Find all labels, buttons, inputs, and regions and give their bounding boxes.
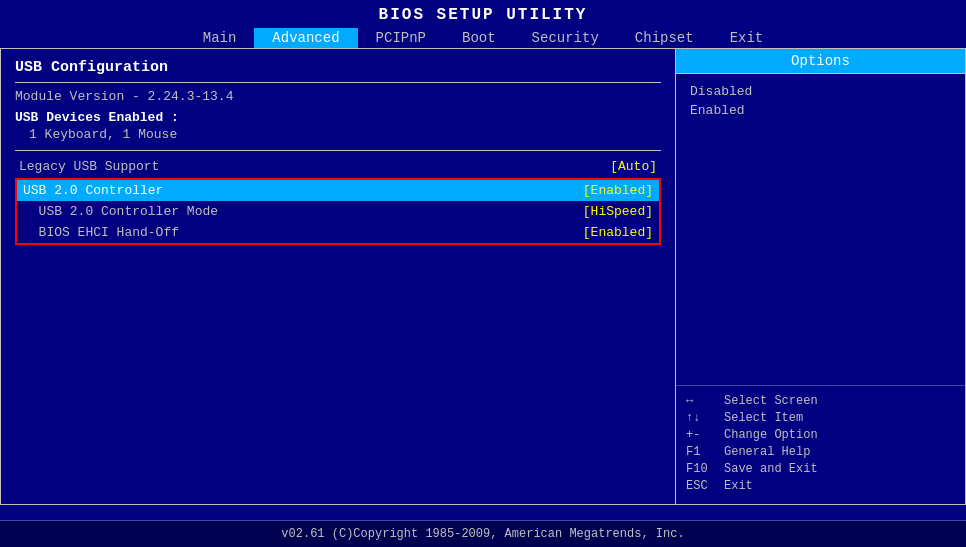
tab-advanced[interactable]: Advanced	[254, 28, 357, 48]
tab-security[interactable]: Security	[514, 28, 617, 48]
tab-boot[interactable]: Boot	[444, 28, 514, 48]
help-section: ↔Select Screen↑↓Select Item+-Change Opti…	[676, 385, 965, 504]
main-layout: USB Configuration Module Version - 2.24.…	[0, 48, 966, 505]
bios-ehci-value: [Enabled]	[583, 225, 653, 240]
options-body: DisabledEnabled	[676, 74, 965, 385]
help-row: ↔Select Screen	[686, 394, 955, 408]
usb2-mode-value: [HiSpeed]	[583, 204, 653, 219]
divider-1	[15, 82, 661, 83]
usb-devices-label: USB Devices Enabled :	[15, 110, 661, 125]
help-desc: Save and Exit	[724, 462, 818, 476]
help-desc: Exit	[724, 479, 753, 493]
help-key: F10	[686, 462, 724, 476]
bios-title: BIOS SETUP UTILITY	[0, 0, 966, 28]
help-desc: General Help	[724, 445, 810, 459]
legacy-usb-value: [Auto]	[610, 159, 657, 174]
help-key: F1	[686, 445, 724, 459]
bios-ehci-row[interactable]: BIOS EHCI Hand-Off [Enabled]	[17, 222, 659, 243]
usb-devices-value: 1 Keyboard, 1 Mouse	[15, 127, 661, 142]
help-key: ↔	[686, 394, 724, 408]
tab-row: MainAdvancedPCIPnPBootSecurityChipsetExi…	[0, 28, 966, 48]
help-row: ESCExit	[686, 479, 955, 493]
help-desc: Select Screen	[724, 394, 818, 408]
help-row: F1General Help	[686, 445, 955, 459]
option-item[interactable]: Enabled	[690, 103, 951, 118]
help-row: +-Change Option	[686, 428, 955, 442]
usb2-controller-value: [Enabled]	[583, 183, 653, 198]
section-title: USB Configuration	[15, 59, 661, 76]
tab-pcipnp[interactable]: PCIPnP	[358, 28, 444, 48]
help-row: F10Save and Exit	[686, 462, 955, 476]
help-key: +-	[686, 428, 724, 442]
tab-exit[interactable]: Exit	[712, 28, 782, 48]
usb2-mode-label: USB 2.0 Controller Mode	[23, 204, 218, 219]
module-version: Module Version - 2.24.3-13.4	[15, 89, 661, 104]
footer: v02.61 (C)Copyright 1985-2009, American …	[0, 520, 966, 547]
option-item[interactable]: Disabled	[690, 84, 951, 99]
tab-chipset[interactable]: Chipset	[617, 28, 712, 48]
right-panel: Options DisabledEnabled ↔Select Screen↑↓…	[676, 48, 966, 505]
help-key: ESC	[686, 479, 724, 493]
left-panel: USB Configuration Module Version - 2.24.…	[0, 48, 676, 505]
divider-2	[15, 150, 661, 151]
help-desc: Change Option	[724, 428, 818, 442]
usb2-controller-label: USB 2.0 Controller	[23, 183, 163, 198]
legacy-usb-label: Legacy USB Support	[19, 159, 159, 174]
menu-item-legacy-usb[interactable]: Legacy USB Support [Auto]	[15, 157, 661, 176]
options-header: Options	[676, 49, 965, 74]
usb2-controller-mode-row[interactable]: USB 2.0 Controller Mode [HiSpeed]	[17, 201, 659, 222]
tab-main[interactable]: Main	[185, 28, 255, 48]
selection-box: USB 2.0 Controller [Enabled] USB 2.0 Con…	[15, 178, 661, 245]
help-row: ↑↓Select Item	[686, 411, 955, 425]
bios-ehci-label: BIOS EHCI Hand-Off	[23, 225, 179, 240]
usb2-controller-row[interactable]: USB 2.0 Controller [Enabled]	[17, 180, 659, 201]
help-desc: Select Item	[724, 411, 803, 425]
help-key: ↑↓	[686, 411, 724, 425]
